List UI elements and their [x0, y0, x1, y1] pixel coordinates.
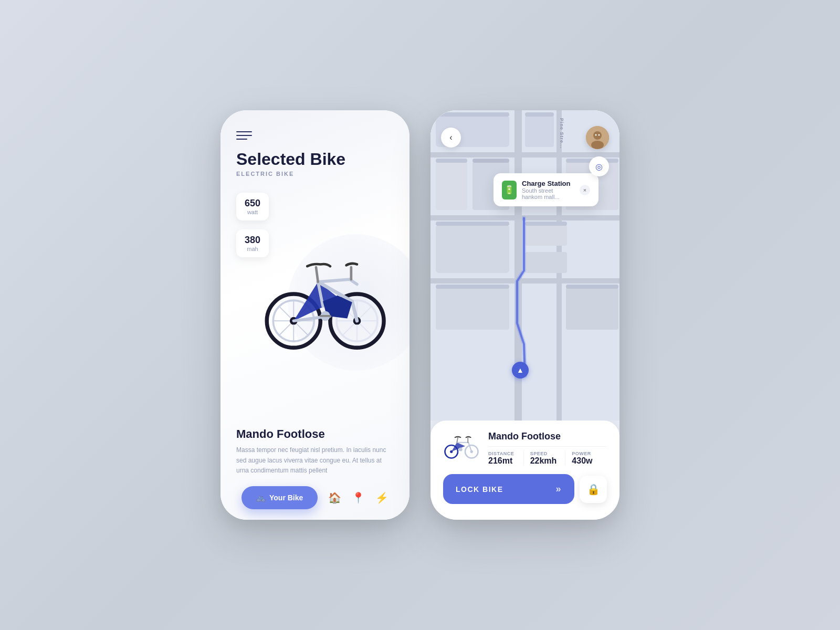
bike-section: 650 watt 380 mah: [236, 182, 394, 422]
bike-illustration: [255, 249, 391, 356]
svg-point-28: [593, 131, 602, 140]
user-avatar[interactable]: [586, 126, 609, 149]
lock-icon: 🔒: [587, 483, 600, 496]
svg-point-31: [598, 134, 600, 136]
back-button[interactable]: ‹: [441, 128, 461, 148]
lock-btn-arrows: »: [555, 484, 562, 495]
bike-nav-icon: 🚲: [256, 494, 265, 502]
lock-icon-button[interactable]: 🔒: [580, 476, 607, 503]
charge-station-icon: 🔋: [502, 181, 517, 200]
distance-stat: DISTANCE 216mt: [488, 451, 523, 466]
svg-line-19: [360, 324, 372, 335]
svg-point-29: [591, 141, 604, 149]
charge-station-close-button[interactable]: ×: [580, 185, 590, 195]
charge-station-title: Charge Station: [522, 180, 574, 187]
bottom-panel: Mando Footlose DISTANCE 216mt SPEED 22km…: [430, 421, 620, 520]
mah-badge: 380 mah: [236, 229, 269, 257]
svg-line-10: [279, 324, 290, 335]
page-subtitle: ELECTRIC BIKE: [236, 171, 394, 177]
hamburger-icon[interactable]: [236, 131, 252, 140]
bike-info-row: Mando Footlose DISTANCE 216mt SPEED 22km…: [443, 431, 607, 466]
navigation-dot: ▲: [512, 362, 529, 379]
charge-station-address: South street hankom mall...: [522, 187, 574, 200]
svg-line-20: [360, 306, 372, 318]
power-stat: POWER 430w: [565, 451, 607, 466]
bike-name-label: Mando Footlose: [236, 427, 394, 441]
lock-row: LOCK BIKE » 🔒: [443, 474, 607, 504]
watt-badge: 650 watt: [236, 193, 269, 220]
page-title: Selected Bike: [236, 150, 394, 169]
charge-station-info: Charge Station South street hankom mall.…: [522, 180, 574, 200]
svg-line-23: [316, 267, 318, 282]
location-button[interactable]: ◎: [589, 156, 609, 176]
lock-bike-button[interactable]: LOCK BIKE »: [443, 474, 574, 504]
svg-point-30: [595, 134, 597, 136]
mini-bike-icon: [443, 434, 480, 463]
your-bike-button[interactable]: 🚲 Your Bike: [242, 486, 318, 509]
flash-nav-icon[interactable]: ⚡: [375, 491, 388, 504]
location-nav-icon[interactable]: 📍: [352, 491, 365, 504]
svg-line-36: [457, 438, 458, 443]
charge-station-popup[interactable]: 🔋 Charge Station South street hankom mal…: [494, 173, 598, 206]
svg-line-21: [342, 324, 354, 335]
bike-info-right: Mando Footlose DISTANCE 216mt SPEED 22km…: [488, 431, 607, 466]
phone-1: Selected Bike ELECTRIC BIKE 650 watt 380…: [220, 110, 410, 520]
stats-row: DISTANCE 216mt SPEED 22kmh POWER 430w: [488, 446, 607, 466]
bottom-nav: 🚲 Your Bike 🏠 📍 ⚡: [236, 486, 394, 509]
avatar-image: [586, 126, 609, 149]
speed-stat: SPEED 22kmh: [523, 451, 565, 466]
your-bike-label: Your Bike: [269, 494, 303, 502]
map-bike-name: Mando Footlose: [488, 431, 607, 442]
map-area: Pine Stre...: [430, 110, 620, 421]
phone-2: Pine Stre...: [430, 110, 620, 520]
svg-line-8: [297, 324, 308, 335]
svg-line-7: [279, 306, 290, 318]
lock-btn-label: LOCK BIKE: [456, 485, 503, 494]
bike-info-section: Mando Footlose Massa tempor nec feugiat …: [236, 422, 394, 509]
home-nav-icon[interactable]: 🏠: [328, 491, 341, 504]
map-topnav: ‹: [430, 126, 620, 149]
svg-point-38: [459, 447, 463, 451]
bike-description: Massa tempor nec feugiat nisl pretium. I…: [236, 445, 394, 476]
map-scene: Pine Stre...: [430, 110, 620, 421]
